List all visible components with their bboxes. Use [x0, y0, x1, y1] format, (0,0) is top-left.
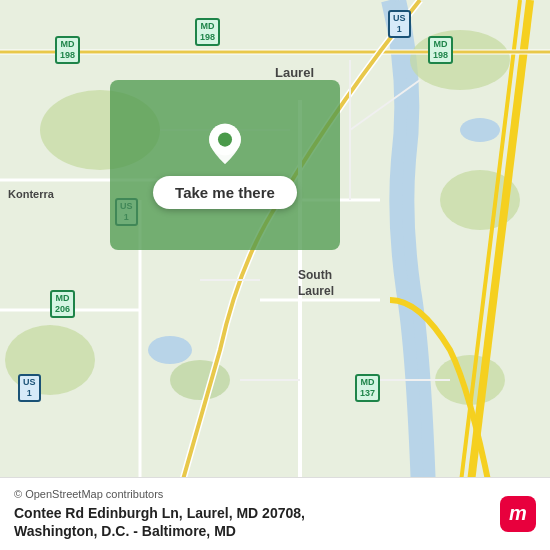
address-display: Contee Rd Edinburgh Ln, Laurel, MD 20708…	[14, 504, 305, 540]
badge-md198-left: MD198	[55, 36, 80, 64]
svg-point-8	[148, 336, 192, 364]
svg-point-7	[460, 118, 500, 142]
label-laurel: Laurel	[275, 65, 314, 80]
moovit-logo: m	[500, 496, 536, 532]
label-konterra: Konterra	[8, 188, 54, 200]
badge-md137: MD137	[355, 374, 380, 402]
svg-point-6	[170, 360, 230, 400]
moovit-icon: m	[500, 496, 536, 532]
svg-point-1	[410, 30, 510, 90]
bottom-info-bar: © OpenStreetMap contributors Contee Rd E…	[0, 477, 550, 550]
svg-point-24	[218, 132, 232, 146]
address-section: © OpenStreetMap contributors Contee Rd E…	[14, 488, 305, 540]
map-container: Laurel SouthLaurel Konterra US1 MD198 MD…	[0, 0, 550, 550]
label-south-laurel: SouthLaurel	[298, 268, 334, 299]
badge-us1-top: US1	[388, 10, 411, 38]
take-me-there-button[interactable]: Take me there	[153, 176, 297, 209]
osm-attribution: © OpenStreetMap contributors	[14, 488, 305, 500]
badge-md206: MD206	[50, 290, 75, 318]
map-overlay: Take me there	[110, 80, 340, 250]
location-pin-icon	[203, 122, 247, 166]
badge-us1-bottom: US1	[18, 374, 41, 402]
badge-md198-mid: MD198	[195, 18, 220, 46]
badge-md198-right: MD198	[428, 36, 453, 64]
